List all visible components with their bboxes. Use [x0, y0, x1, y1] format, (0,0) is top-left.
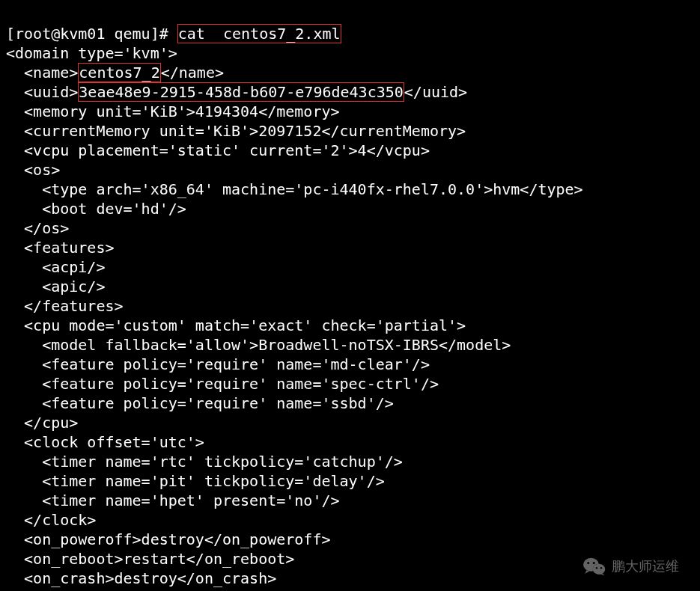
xml-line: <uuid>: [6, 83, 78, 101]
name-highlight: centos7_2: [78, 63, 160, 82]
terminal-output[interactable]: [root@kvm01 qemu]# cat centos7_2.xml <do…: [0, 0, 700, 591]
uuid-highlight: 3eae48e9-2915-458d-b607-e796de43c350: [78, 82, 404, 102]
xml-line: <currentMemory unit='KiB'>2097152</curre…: [6, 122, 466, 140]
xml-line: <timer name='pit' tickpolicy='delay'/>: [6, 472, 385, 490]
svg-point-2: [593, 564, 606, 575]
xml-line: <feature policy='require' name='ssbd'/>: [6, 394, 394, 412]
svg-point-4: [593, 562, 595, 564]
xml-line: <memory unit='KiB'>4194304</memory>: [6, 102, 340, 120]
xml-line: </os>: [6, 219, 69, 237]
watermark-text: 鹏大师运维: [612, 557, 679, 575]
xml-line: </cpu>: [6, 414, 78, 432]
xml-line: <model fallback='allow'>Broadwell-noTSX-…: [6, 336, 511, 354]
shell-prompt: [root@kvm01 qemu]#: [6, 25, 177, 43]
xml-line: <on_poweroff>destroy</on_poweroff>: [6, 530, 330, 548]
xml-line: <feature policy='require' name='spec-ctr…: [6, 375, 439, 393]
xml-line: <clock offset='utc'>: [6, 433, 204, 451]
watermark: 鹏大师运维: [583, 557, 679, 576]
svg-point-3: [587, 562, 589, 564]
xml-line: <on_reboot>restart</on_reboot>: [6, 550, 294, 568]
xml-line: <type arch='x86_64' machine='pc-i440fx-r…: [6, 180, 583, 198]
xml-line: <vcpu placement='static' current='2'>4</…: [6, 141, 430, 159]
xml-line: <acpi/>: [6, 258, 105, 276]
xml-line: <timer name='rtc' tickpolicy='catchup'/>: [6, 453, 403, 471]
xml-line: <cpu mode='custom' match='exact' check='…: [6, 316, 466, 334]
xml-line: <on_crash>destroy</on_crash>: [6, 569, 276, 587]
xml-line: <os>: [6, 161, 60, 179]
xml-line: <boot dev='hd'/>: [6, 200, 186, 218]
xml-line: <domain type='kvm'>: [6, 44, 177, 62]
wechat-icon: [583, 557, 606, 576]
command-highlight: cat centos7_2.xml: [177, 24, 341, 43]
xml-line: <feature policy='require' name='md-clear…: [6, 355, 430, 373]
xml-line: <timer name='hpet' present='no'/>: [6, 492, 340, 509]
xml-line: <features>: [6, 239, 115, 257]
xml-line: </uuid>: [404, 83, 467, 101]
xml-line: </clock>: [6, 511, 96, 529]
xml-line: </features>: [6, 297, 124, 315]
svg-point-5: [596, 567, 597, 569]
svg-point-6: [600, 567, 602, 569]
xml-line: </name>: [161, 64, 224, 82]
xml-line: <apic/>: [6, 278, 105, 296]
xml-line: <name>: [6, 64, 78, 82]
